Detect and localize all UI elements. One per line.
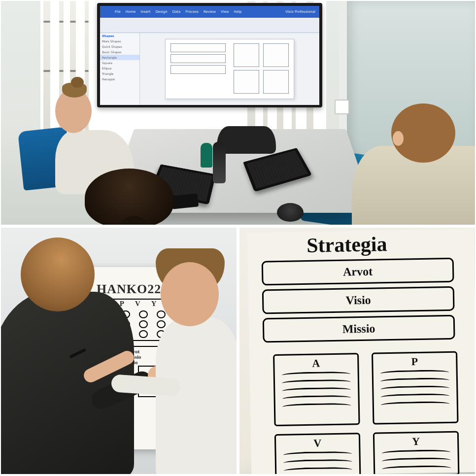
ribbon-tabs: FileHome InsertDesign DataProcess Review… [100, 6, 319, 18]
sketch-title: Strategia [306, 232, 387, 257]
box-a: A [273, 353, 360, 426]
hand-drawn-layout: Strategia Arvot Visio Missio A P V Y [247, 229, 475, 474]
bar-missio: Missio [263, 315, 455, 343]
box-p: P [372, 351, 459, 425]
person-foreground [85, 169, 173, 225]
photo-collage: FileHome InsertDesign DataProcess Review… [0, 0, 476, 476]
speakerphone [277, 203, 304, 222]
travel-mug [201, 143, 212, 168]
box-v: V [274, 433, 361, 474]
box-y: Y [373, 431, 460, 474]
bar-visio: Visio [262, 286, 455, 314]
photo-paper-sketch: Strategia Arvot Visio Missio A P V Y [239, 228, 475, 474]
water-bottle [213, 142, 226, 183]
smartphone [171, 193, 199, 209]
person-right [352, 146, 475, 225]
photo-meeting-room: FileHome InsertDesign DataProcess Review… [1, 1, 475, 225]
photo-flipchart-session: HANKO22 AP VY Arvot Missio Visio [1, 228, 237, 474]
bar-arvot: Arvot [262, 258, 454, 286]
light-switch [335, 100, 349, 114]
visio-page [165, 39, 294, 99]
backpack [217, 126, 276, 154]
person-white-tshirt [156, 317, 237, 474]
